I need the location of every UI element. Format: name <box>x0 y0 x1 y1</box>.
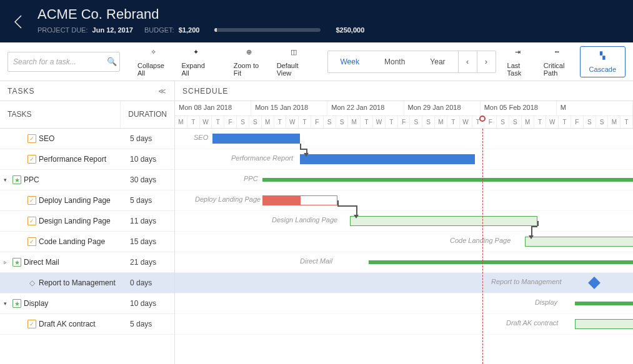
gantt-bar[interactable] <box>575 302 633 305</box>
search-input[interactable] <box>13 57 107 66</box>
gantt-row[interactable]: Design Landing Page <box>175 211 633 232</box>
critical-path-button[interactable]: ┅Critical Path <box>537 46 577 77</box>
day-header: T <box>621 116 633 128</box>
week-header: Mon 08 Jan 2018 <box>175 101 251 116</box>
task-type-icon: ✓ <box>27 320 36 328</box>
gantt-row[interactable]: Direct Mail <box>175 252 633 273</box>
back-button[interactable] <box>0 6 37 37</box>
day-header: S <box>249 116 262 128</box>
milestone-marker[interactable] <box>588 277 601 289</box>
gantt-bar[interactable] <box>262 178 633 182</box>
day-header: W <box>546 116 559 128</box>
task-duration: 5 days <box>122 320 174 328</box>
day-header: S <box>237 116 249 128</box>
due-date: Jun 12, 2017 <box>92 26 133 34</box>
gantt-row[interactable]: Draft AK contract <box>175 314 633 335</box>
day-header: T <box>299 116 311 128</box>
gantt-bar[interactable] <box>212 134 300 144</box>
day-header: M <box>175 116 187 128</box>
task-name-label: Deploy Landing Page <box>39 196 111 205</box>
day-header: S <box>336 116 349 128</box>
task-name-label: Performance Report <box>39 155 106 164</box>
task-row[interactable]: ▾★PPC30 days <box>0 170 174 190</box>
day-header: F <box>398 116 411 128</box>
gantt-bar[interactable] <box>262 195 300 205</box>
gantt-bar[interactable] <box>575 319 633 329</box>
gantt-row[interactable]: Performance Report <box>175 149 633 170</box>
task-name-label: Design Landing Page <box>39 217 111 225</box>
gantt-row[interactable]: Code Landing Page <box>175 232 633 252</box>
day-header: F <box>484 116 497 128</box>
task-row[interactable]: ▹★Direct Mail21 days <box>0 252 174 273</box>
task-duration: 21 days <box>122 258 174 267</box>
col-tasks[interactable]: TASKS <box>0 101 121 128</box>
range-week[interactable]: Week <box>328 51 372 72</box>
col-duration[interactable]: DURATION <box>121 101 174 128</box>
task-row[interactable]: ✓Design Landing Page11 days <box>0 211 174 232</box>
day-header: S <box>324 116 336 128</box>
task-row[interactable]: ✓Deploy Landing Page5 days <box>0 190 174 211</box>
task-type-icon: ✓ <box>27 134 36 143</box>
task-row[interactable]: ✓Performance Report10 days <box>0 149 174 170</box>
day-header: W <box>460 116 472 128</box>
gantt-task-label: Design Landing Page <box>272 216 337 224</box>
budget-label: BUDGET: <box>144 26 174 34</box>
budget-progress <box>214 28 321 32</box>
budget-spent: $1,200 <box>179 26 200 34</box>
week-header: Mon 05 Feb 2018 <box>481 101 557 116</box>
task-duration: 5 days <box>122 196 174 205</box>
day-header: S <box>497 116 509 128</box>
gantt-bar[interactable] <box>525 237 633 247</box>
task-row[interactable]: ◇Report to Management0 days <box>0 273 174 293</box>
gantt-row[interactable]: PPC <box>175 170 633 190</box>
task-name-label: Direct Mail <box>24 258 59 267</box>
gantt-row[interactable]: Report to Management <box>175 273 633 293</box>
gantt-task-label: Direct Mail <box>300 257 332 265</box>
range-month[interactable]: Month <box>372 51 417 72</box>
budget-total: $250,000 <box>336 26 364 34</box>
task-row[interactable]: ✓Code Landing Page15 days <box>0 232 174 252</box>
task-row[interactable]: ▾★Display10 days <box>0 293 174 314</box>
gantt-bar-planned[interactable] <box>350 216 537 226</box>
search-icon[interactable]: 🔍 <box>107 57 117 66</box>
gantt-row[interactable]: SEO <box>175 129 633 149</box>
gantt-task-label: SEO <box>194 134 208 141</box>
cascade-icon: ▚ <box>600 51 605 62</box>
range-next[interactable]: › <box>477 51 496 72</box>
critical-path-icon: ┅ <box>555 47 559 58</box>
task-row[interactable]: ✓Draft AK contract5 days <box>0 314 174 335</box>
expand-all-button[interactable]: ✦Expand All <box>176 46 217 77</box>
columns-icon: ◫ <box>291 47 297 58</box>
range-prev[interactable]: ‹ <box>458 51 477 72</box>
task-duration: 5 days <box>122 134 174 143</box>
expand-toggle-icon[interactable]: ▾ <box>4 300 10 307</box>
gantt-bar[interactable] <box>300 154 475 164</box>
gantt-bar[interactable] <box>369 260 633 264</box>
task-search[interactable]: 🔍 <box>7 52 120 72</box>
task-duration: 0 days <box>122 278 174 287</box>
expand-toggle-icon[interactable]: ▹ <box>4 259 10 265</box>
gantt-row[interactable]: Deploy Landing Page <box>175 190 633 211</box>
cascade-button[interactable]: ▚Cascade <box>580 46 626 77</box>
collapse-all-button[interactable]: ✧Collapse All <box>131 46 176 77</box>
collapse-left-panel-icon[interactable]: ≪ <box>158 87 167 96</box>
task-type-icon: ✓ <box>27 217 36 225</box>
week-header: M <box>557 101 633 116</box>
range-year[interactable]: Year <box>417 51 457 72</box>
day-header: S <box>596 116 609 128</box>
default-view-button[interactable]: ◫Default View <box>271 46 317 77</box>
gantt-row[interactable]: Display <box>175 293 633 314</box>
task-name-label: Draft AK contract <box>39 320 96 328</box>
expand-toggle-icon[interactable]: ▾ <box>4 177 10 183</box>
gantt-bar-planned[interactable] <box>300 195 337 205</box>
last-task-button[interactable]: ⇥Last Task <box>501 46 535 77</box>
zoom-to-fit-button[interactable]: ⊕Zoom to Fit <box>227 46 271 77</box>
day-header: T <box>212 116 224 128</box>
gantt-task-label: Deploy Landing Page <box>195 195 261 203</box>
task-name-label: Report to Management <box>39 278 116 287</box>
collapse-icon: ✧ <box>151 47 156 58</box>
task-row[interactable]: ✓SEO5 days <box>0 129 174 149</box>
task-name-label: SEO <box>39 134 54 143</box>
due-label: PROJECT DUE: <box>37 26 87 34</box>
today-marker-icon <box>479 116 486 122</box>
